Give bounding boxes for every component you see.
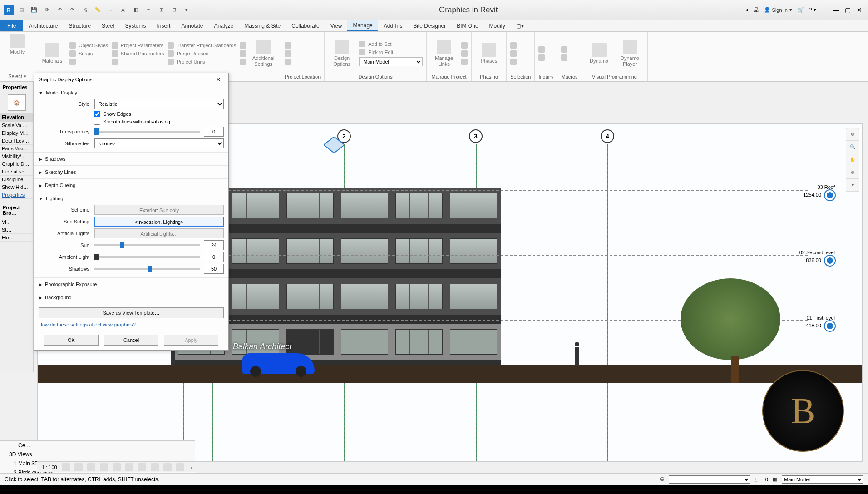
section-shadows[interactable]: ▶Shadows (39, 154, 224, 163)
prop-row[interactable]: Visibility/… (0, 153, 33, 160)
align-icon[interactable]: ≡ (143, 5, 153, 15)
search-icon[interactable]: ◂ (745, 7, 748, 13)
tab-steel[interactable]: Steel (96, 20, 119, 31)
redo-icon[interactable]: ↷ (67, 5, 77, 15)
prop-row[interactable]: Scale Val… (0, 122, 33, 129)
split-icon[interactable]: ⊞ (156, 5, 166, 15)
temporary-hide-icon[interactable] (163, 463, 172, 471)
section-depth[interactable]: ▶Depth Cueing (39, 181, 224, 190)
purge-unused[interactable]: Purge Unused (168, 50, 236, 57)
browser-item[interactable]: Ce… (0, 441, 195, 450)
tab-modify[interactable]: Modify (484, 20, 511, 31)
section-model-display[interactable]: ▼Model Display (39, 88, 224, 97)
style-select[interactable]: Realistic (94, 99, 224, 109)
filter-icon[interactable]: ▦ (773, 476, 777, 482)
tab-view[interactable]: View (325, 20, 348, 31)
silhouettes-select[interactable]: <none> (94, 138, 224, 148)
sync-icon[interactable]: ⟳ (42, 5, 52, 15)
add-to-set[interactable]: Add to Set (359, 41, 423, 47)
tab-massing[interactable]: Massing & Site (239, 20, 286, 31)
scroll-left-icon[interactable]: ‹ (191, 464, 192, 470)
zoom-icon[interactable]: ⊕ (846, 166, 859, 179)
properties-help-link[interactable]: Properties (2, 192, 25, 198)
dynamo-button[interactable]: Dynamo (586, 34, 613, 73)
shadows-intensity-input[interactable] (204, 264, 224, 274)
sun-path-icon[interactable] (87, 463, 95, 471)
tab-manage[interactable]: Manage (347, 20, 378, 31)
dimension-icon[interactable]: ↔ (105, 5, 115, 15)
prop-row[interactable]: Hide at sc… (0, 168, 33, 176)
shadows-intensity-slider[interactable] (94, 268, 200, 270)
manage-links[interactable]: Manage Links (430, 34, 458, 73)
elevation-type-icon[interactable]: 🏠 (8, 94, 26, 111)
close-button[interactable]: ✕ (854, 6, 864, 14)
show-edges-checkbox[interactable] (94, 111, 100, 117)
tab-collaborate[interactable]: Collaborate (286, 20, 325, 31)
pick-to-edit[interactable]: Pick to Edit (359, 49, 423, 55)
exchange-icon[interactable]: 🛒 (798, 7, 804, 13)
modify-tool[interactable]: Modify (4, 34, 31, 54)
prop-row[interactable]: Parts Visi… (0, 145, 33, 153)
section-lighting[interactable]: ▼Lighting (39, 194, 224, 203)
level-marker[interactable]: 03 Roof1254.00 (803, 184, 835, 200)
cancel-button[interactable]: Cancel (104, 335, 158, 346)
lock-icon[interactable] (151, 463, 159, 471)
dynamo-player-button[interactable]: Dynamo Player (616, 34, 644, 73)
keyshot-icon[interactable]: 品 (754, 6, 759, 13)
section-photo-exposure[interactable]: ▶Photographic Exposure (39, 280, 224, 289)
shadows-icon[interactable] (100, 463, 108, 471)
coordinates[interactable] (285, 50, 291, 57)
apply-button[interactable]: Apply (164, 335, 218, 346)
scale-display[interactable]: 1 : 100 (42, 464, 57, 470)
maximize-button[interactable]: ▢ (843, 6, 853, 14)
tab-architecture[interactable]: Architecture (23, 20, 63, 31)
editable-only-icon[interactable]: ⬚ (755, 476, 760, 482)
open-icon[interactable]: ▤ (16, 5, 26, 15)
global-parameters[interactable] (112, 59, 164, 65)
nav-more-icon[interactable]: ▾ (846, 179, 859, 192)
tab-sitedesigner[interactable]: Site Designer (408, 20, 451, 31)
smooth-lines-checkbox[interactable] (94, 119, 100, 125)
tab-insert[interactable]: Insert (151, 20, 176, 31)
help-icon[interactable]: ? ▾ (809, 7, 816, 13)
revit-logo-icon[interactable]: R (4, 5, 14, 15)
project-parameters[interactable]: Project Parameters (112, 42, 164, 49)
sun-setting-button[interactable]: <In-session, Lighting> (94, 217, 224, 227)
level-marker[interactable]: 01 First level418.00 (806, 315, 835, 331)
design-option-status-select[interactable]: Main Model (782, 475, 863, 484)
tab-systems[interactable]: Systems (119, 20, 151, 31)
zoom-region-icon[interactable]: 🔍 (846, 141, 859, 153)
phases-button[interactable]: Phases (475, 34, 503, 73)
ambient-input[interactable] (204, 252, 224, 262)
tab-addins[interactable]: Add-Ins (378, 20, 408, 31)
snaps[interactable]: Snaps (69, 50, 108, 57)
switch-icon[interactable]: ⊡ (169, 5, 179, 15)
object-styles[interactable]: Object Styles (69, 42, 108, 49)
navigation-bar[interactable]: ⊕ 🔍 ✋ ⊕ ▾ (846, 128, 859, 192)
ok-button[interactable]: OK (44, 335, 99, 346)
undo-icon[interactable]: ↶ (54, 5, 64, 15)
browser-3dviews[interactable]: 3D Views (0, 450, 195, 459)
transfer-standards[interactable]: Transfer Project Standards (168, 42, 236, 49)
section-background[interactable]: ▶Background (39, 293, 224, 302)
tab-overflow[interactable]: ▢▾ (511, 20, 529, 31)
measure-icon[interactable]: 📏 (93, 5, 103, 15)
main-model-select[interactable]: Main Model (359, 57, 423, 66)
prop-row[interactable]: Detail Lev… (0, 137, 33, 145)
save-icon[interactable]: 💾 (29, 5, 39, 15)
project-units[interactable]: Project Units (168, 59, 236, 65)
sun-input[interactable] (204, 240, 224, 250)
transparency-slider[interactable] (94, 131, 200, 133)
prop-row[interactable]: Graphic D… (0, 160, 33, 168)
dialog-close-button[interactable]: ✕ (213, 76, 224, 83)
materials-button[interactable]: Materials (39, 34, 66, 73)
detail-level-icon[interactable] (62, 463, 70, 471)
transparency-input[interactable] (204, 127, 224, 137)
grid-bubble[interactable]: 4 (601, 129, 614, 143)
tab-bimone[interactable]: BIM One (451, 20, 483, 31)
tab-structure[interactable]: Structure (63, 20, 96, 31)
steering-wheel-icon[interactable]: ⊕ (846, 128, 859, 141)
tab-analyze[interactable]: Analyze (209, 20, 239, 31)
tab-annotate[interactable]: Annotate (176, 20, 208, 31)
section-sketchy[interactable]: ▶Sketchy Lines (39, 168, 224, 177)
